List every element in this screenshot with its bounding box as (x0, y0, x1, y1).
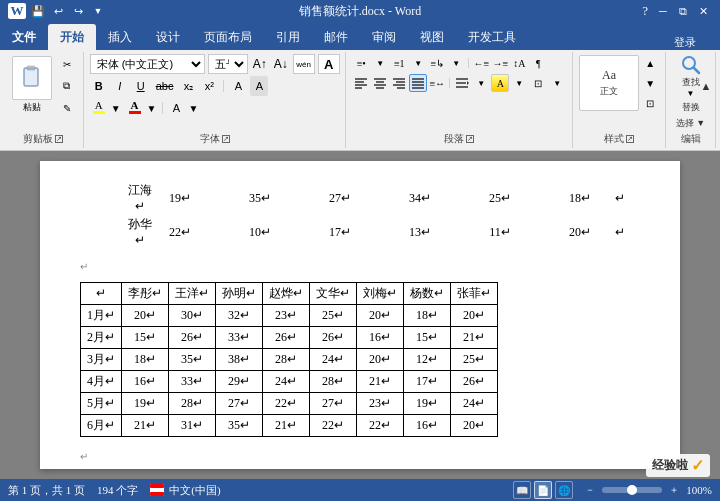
char-spacing-btn[interactable]: A (168, 98, 186, 118)
minimize-btn[interactable]: ─ (654, 3, 672, 19)
underline-btn[interactable]: U (132, 76, 150, 96)
shading-dropdown[interactable]: ▼ (510, 74, 528, 92)
svg-line-24 (693, 68, 699, 74)
distribute-btn[interactable]: ≡↔ (428, 74, 446, 92)
font-color-dropdown[interactable]: ▼ (147, 103, 157, 114)
styles-expand-icon[interactable]: ↗ (626, 135, 634, 143)
tab-layout[interactable]: 页面布局 (192, 24, 264, 50)
para-area: ≡• ▼ ≡1 ▼ ≡↳ ▼ ←≡ →≡ ↕A ¶ (352, 54, 566, 92)
subscript-btn[interactable]: x₂ (179, 76, 197, 96)
tab-references[interactable]: 引用 (264, 24, 312, 50)
font-name-select[interactable]: 宋体 (中文正文) (90, 54, 205, 74)
cell (280, 215, 320, 249)
multilevel-list-btn[interactable]: ≡↳ (428, 54, 446, 72)
font-size-increase-btn[interactable]: A↑ (251, 54, 269, 74)
align-center-btn[interactable] (371, 74, 389, 92)
line-spacing-btn[interactable] (453, 74, 471, 92)
data-cell: 30↵ (169, 305, 216, 327)
help-btn[interactable]: ? (642, 3, 648, 19)
shading-btn[interactable]: A (491, 74, 509, 92)
tab-view[interactable]: 视图 (408, 24, 456, 50)
data-cell: 16↵ (404, 415, 451, 437)
paste-button[interactable] (12, 56, 52, 100)
bold-btn[interactable]: B (90, 76, 108, 96)
language-indicator[interactable]: 中文(中国) (150, 483, 220, 498)
read-view-btn[interactable]: 📖 (513, 481, 531, 499)
ordered-list-btn[interactable]: ≡1 (390, 54, 408, 72)
styles-content: Aa 正文 ▲ ▼ ⊡ (579, 54, 659, 130)
document-area[interactable]: 江海↵ 19↵ 35↵ 27↵ 34↵ 25↵ 18↵ ↵ 孙华↵ (0, 151, 720, 479)
char-border-btn[interactable]: A (318, 54, 340, 74)
pinyin-btn[interactable]: wén (293, 54, 315, 74)
close-btn[interactable]: ✕ (694, 3, 712, 19)
tab-developer[interactable]: 开发工具 (456, 24, 528, 50)
show-marks-btn[interactable]: ¶ (529, 54, 547, 72)
table-row: 4月↵ 16↵ 33↵ 29↵ 24↵ 28↵ 21↵ 17↵ 26↵ (81, 371, 498, 393)
page-info[interactable]: 第 1 页，共 1 页 (8, 483, 85, 498)
font-size-decrease-btn[interactable]: A↓ (272, 54, 290, 74)
login-area[interactable]: 登录 (674, 35, 696, 50)
decrease-indent-btn[interactable]: ←≡ (472, 54, 490, 72)
char-spacing-dropdown[interactable]: ▼ (189, 103, 199, 114)
styles-down-btn[interactable]: ▼ (641, 74, 659, 92)
align-right-btn[interactable] (390, 74, 408, 92)
style-normal[interactable]: Aa 正文 (579, 55, 639, 111)
font-expand-icon[interactable]: ↗ (222, 135, 230, 143)
multilevel-list-dropdown[interactable]: ▼ (447, 54, 465, 72)
font-size-select[interactable]: 五号 (208, 54, 248, 74)
word-count[interactable]: 194 个字 (97, 483, 138, 498)
line-spacing-dropdown[interactable]: ▼ (472, 74, 490, 92)
tab-design[interactable]: 设计 (144, 24, 192, 50)
copy-button[interactable]: ⧉ (57, 76, 77, 96)
zoom-slider[interactable] (602, 487, 662, 493)
replace-btn[interactable]: 替换 (682, 101, 700, 114)
unordered-list-btn[interactable]: ≡• (352, 54, 370, 72)
superscript-btn[interactable]: x² (200, 76, 218, 96)
window-controls: ? ─ ⧉ ✕ (642, 3, 712, 19)
tab-insert[interactable]: 插入 (96, 24, 144, 50)
justify-btn[interactable] (409, 74, 427, 92)
clipboard-label: 剪贴板 ↗ (23, 130, 63, 146)
tab-file[interactable]: 文件 (0, 24, 48, 50)
cut-button[interactable]: ✂ (57, 54, 77, 74)
clipboard-expand-icon[interactable]: ↗ (55, 135, 63, 143)
status-bar: 第 1 页，共 1 页 194 个字 中文(中国) 📖 📄 🌐 － ＋ (0, 479, 720, 501)
page-view-btn[interactable]: 📄 (534, 481, 552, 499)
cell (360, 181, 400, 215)
sort-btn[interactable]: ↕A (510, 54, 528, 72)
increase-indent-btn[interactable]: →≡ (491, 54, 509, 72)
web-view-btn[interactable]: 🌐 (555, 481, 573, 499)
redo-quick-btn[interactable]: ↪ (70, 3, 86, 19)
select-btn[interactable]: 选择 ▼ (676, 117, 705, 130)
format-painter-button[interactable]: ✎ (57, 98, 77, 118)
highlight-color-btn[interactable]: A (90, 98, 108, 118)
styles-up-btn[interactable]: ▲ (641, 54, 659, 72)
undo-quick-btn[interactable]: ↩ (50, 3, 66, 19)
strikethrough-btn[interactable]: abc (153, 76, 177, 96)
qa-customize-btn[interactable]: ▼ (90, 3, 106, 19)
data-cell: 33↵ (216, 327, 263, 349)
save-quick-btn[interactable]: 💾 (30, 3, 46, 19)
clear-format-btn[interactable]: A (229, 76, 247, 96)
char-shade-btn[interactable]: A (250, 76, 268, 96)
editing-label: 编辑 (681, 130, 701, 146)
border-btn[interactable]: ⊡ (529, 74, 547, 92)
ribbon-collapse-btn[interactable]: ▲ (698, 78, 714, 94)
tab-review[interactable]: 审阅 (360, 24, 408, 50)
tab-mailings[interactable]: 邮件 (312, 24, 360, 50)
unordered-list-dropdown[interactable]: ▼ (371, 54, 389, 72)
zoom-out-btn[interactable]: － (581, 481, 599, 499)
restore-btn[interactable]: ⧉ (674, 3, 692, 19)
border-dropdown[interactable]: ▼ (548, 74, 566, 92)
para-expand-icon[interactable]: ↗ (466, 135, 474, 143)
tab-home[interactable]: 开始 (48, 24, 96, 50)
italic-btn[interactable]: I (111, 76, 129, 96)
align-left-btn[interactable] (352, 74, 370, 92)
cell (440, 215, 480, 249)
highlight-dropdown[interactable]: ▼ (111, 103, 121, 114)
font-color-btn[interactable]: A (126, 98, 144, 118)
styles-more-btn[interactable]: ⊡ (641, 94, 659, 112)
zoom-percent[interactable]: 100% (686, 484, 712, 496)
ordered-list-dropdown[interactable]: ▼ (409, 54, 427, 72)
zoom-in-btn[interactable]: ＋ (665, 481, 683, 499)
